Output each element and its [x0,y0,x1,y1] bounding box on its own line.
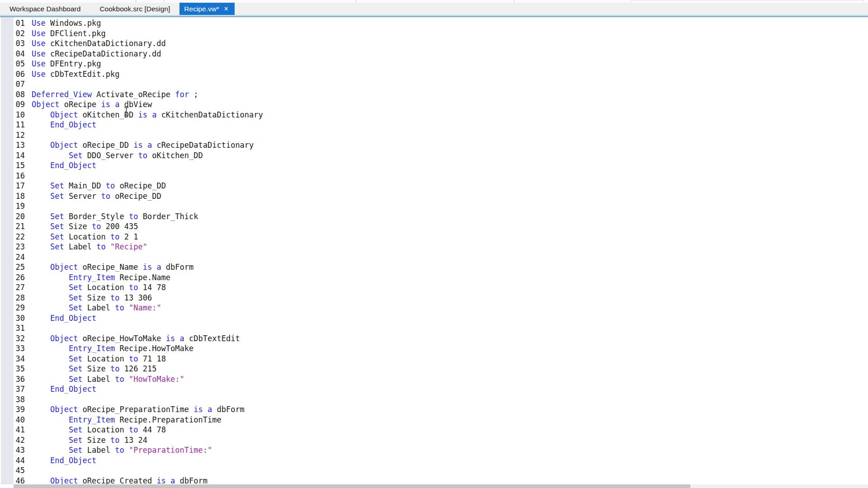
text-ibeam-cursor [124,107,129,116]
code-line[interactable]: 09Object oRecipe is a dbView [0,99,868,110]
code-line[interactable]: 20 Set Border_Style to Border_Thick [0,211,868,222]
tab-close-icon[interactable]: ✕ [222,5,230,12]
code-text: Object oRecipe_DD is a cRecipeDataDictio… [32,140,254,150]
code-line[interactable]: 22 Set Location to 2 1 [0,232,868,242]
line-number: 06 [0,69,25,80]
line-number: 19 [0,201,25,211]
code-text: Use cKitchenDataDictionary.dd [32,38,166,49]
code-text: Object oRecipe_HowToMake is a cDbTextEdi… [32,333,240,344]
code-line[interactable]: 30 End_Object [0,313,868,324]
code-text: Set Location to 14 78 [32,282,166,293]
code-line[interactable]: 31 [0,323,868,333]
code-line[interactable]: 10 Object oKitchen_DD is a cKitchenDataD… [0,110,868,120]
code-line[interactable]: 26 Entry_Item Recipe.Name [0,272,868,283]
code-text: Deferred_View Activate_oRecipe for ; [32,89,198,100]
line-number: 11 [0,120,25,130]
tab-recipe-vw[interactable]: Recipe.vw*✕ [179,3,234,15]
code-line[interactable]: 43 Set Label to "PreparationTime:" [0,445,868,455]
line-number: 21 [0,221,25,232]
line-number: 18 [0,191,25,202]
code-line[interactable]: 04Use cRecipeDataDictionary.dd [0,49,868,59]
code-line[interactable]: 33 Entry_Item Recipe.HowToMake [0,343,868,354]
code-line[interactable]: 17 Set Main_DD to oRecipe_DD [0,181,868,191]
code-line[interactable]: 29 Set Label to "Name:" [0,303,868,313]
code-line[interactable]: 05Use DFEntry.pkg [0,59,868,69]
code-line[interactable]: 44 End_Object [0,455,868,466]
code-line[interactable]: 45 [0,465,868,476]
code-line[interactable]: 08Deferred_View Activate_oRecipe for ; [0,89,868,100]
code-lines: 01Use Windows.pkg02Use DFClient.pkg03Use… [0,18,868,486]
line-number: 39 [0,404,25,415]
code-text: Set Location to 2 1 [32,232,138,242]
code-line[interactable]: 25 Object oRecipe_Name is a dbForm [0,262,868,272]
line-number: 33 [0,343,25,354]
line-number: 42 [0,435,25,446]
code-text: Entry_Item Recipe.HowToMake [32,343,193,354]
code-text: Set Size to 200 435 [32,221,138,232]
code-line[interactable]: 19 [0,201,868,211]
line-number: 23 [0,242,25,252]
code-line[interactable]: 41 Set Location to 44 78 [0,425,868,435]
line-number: 28 [0,293,25,303]
code-text: End_Object [32,455,96,466]
code-line[interactable]: 02Use DFClient.pkg [0,28,868,39]
code-line[interactable]: 24 [0,252,868,263]
code-text: Entry_Item Recipe.PreparationTime [32,415,222,425]
code-editor[interactable]: 01Use Windows.pkg02Use DFClient.pkg03Use… [0,17,868,484]
code-line[interactable]: 14 Set DDO_Server to oKitchen_DD [0,150,868,161]
code-text: Use DFClient.pkg [32,28,106,39]
code-line[interactable]: 40 Entry_Item Recipe.PreparationTime [0,415,868,425]
code-line[interactable]: 35 Set Size to 126 215 [0,364,868,374]
code-text: End_Object [32,160,96,171]
code-line[interactable]: 01Use Windows.pkg [0,18,868,28]
code-text: Set Label to "HowToMake:" [32,374,184,385]
code-line[interactable]: 38 [0,394,868,405]
code-line[interactable]: 28 Set Size to 13 306 [0,293,868,303]
line-number: 37 [0,384,25,394]
code-text: End_Object [32,313,96,324]
line-number: 40 [0,415,25,425]
code-line[interactable]: 18 Set Server to oRecipe_DD [0,191,868,202]
line-number: 25 [0,262,25,272]
code-line[interactable]: 32 Object oRecipe_HowToMake is a cDbText… [0,333,868,344]
code-text: Use DFEntry.pkg [32,59,101,69]
code-line[interactable]: 13 Object oRecipe_DD is a cRecipeDataDic… [0,140,868,150]
horizontal-scrollbar[interactable] [0,484,868,488]
code-text: Set Main_DD to oRecipe_DD [32,181,166,191]
code-line[interactable]: 39 Object oRecipe_PreparationTime is a d… [0,404,868,415]
line-number: 10 [0,110,25,120]
line-number: 20 [0,211,25,222]
code-line[interactable]: 21 Set Size to 200 435 [0,221,868,232]
code-line[interactable]: 34 Set Location to 71 18 [0,354,868,364]
code-line[interactable]: 42 Set Size to 13 24 [0,435,868,446]
line-number: 22 [0,232,25,242]
code-line[interactable]: 27 Set Location to 14 78 [0,282,868,293]
tab-workspace-dashboard[interactable]: Workspace Dashboard [0,3,90,15]
code-line[interactable]: 37 End_Object [0,384,868,394]
code-text: Set Server to oRecipe_DD [32,191,161,202]
scrollbar-corner [0,484,14,488]
code-line[interactable]: 03Use cKitchenDataDictionary.dd [0,38,868,49]
line-number: 45 [0,465,25,476]
code-line[interactable]: 36 Set Label to "HowToMake:" [0,374,868,385]
line-number: 13 [0,140,25,150]
code-line[interactable]: 12 [0,130,868,141]
code-line[interactable]: 07 [0,79,868,89]
code-text: End_Object [32,120,96,130]
code-text: Set DDO_Server to oKitchen_DD [32,150,203,161]
code-line[interactable]: 23 Set Label to "Recipe" [0,242,868,252]
code-line[interactable]: 16 [0,171,868,181]
code-text: Object oRecipe is a dbView [32,99,152,110]
code-line[interactable]: 11 End_Object [0,120,868,130]
code-line[interactable]: 15 End_Object [0,160,868,171]
tab-cookbook-src-design[interactable]: Cookbook.src [Design] [90,3,179,15]
code-text: Set Size to 13 24 [32,435,147,446]
code-text: Object oRecipe_PreparationTime is a dbFo… [32,404,245,415]
line-number: 07 [0,79,25,89]
code-line[interactable]: 06Use cDbTextEdit.pkg [0,69,868,80]
code-text: Set Border_Style to Border_Thick [32,211,198,222]
line-number: 14 [0,150,25,161]
code-text: Use cDbTextEdit.pkg [32,69,119,80]
horizontal-scrollbar-thumb[interactable] [14,484,690,488]
code-text: Entry_Item Recipe.Name [32,272,170,283]
